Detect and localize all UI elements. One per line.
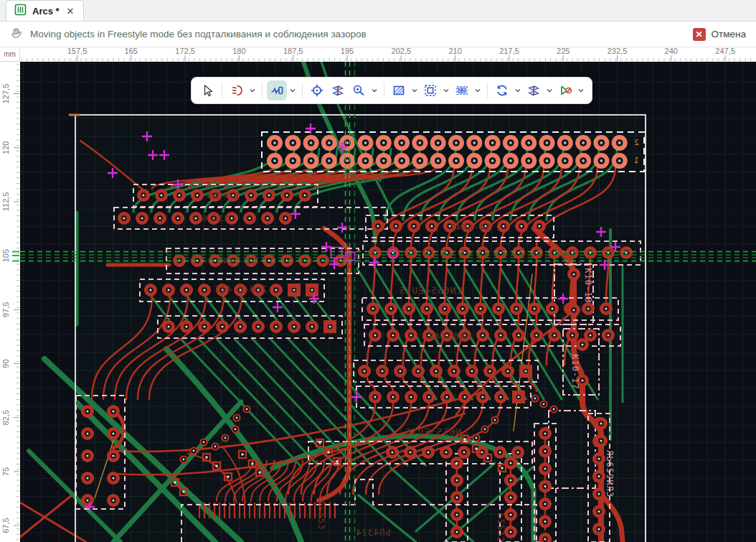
freestyle-move-tool[interactable] [267, 80, 287, 101]
svg-text:ЗЗП-6: ЗЗП-6 [202, 214, 229, 223]
svg-text:90: 90 [1, 359, 10, 368]
svg-text:25Н-6-43Т: 25Н-6-43Т [214, 284, 267, 294]
measure-layers-icon [526, 83, 541, 98]
svg-text:187,5: 187,5 [283, 47, 303, 55]
svg-text:54-6Н4У: 54-6Н4У [449, 223, 491, 233]
svg-text:K10-17: K10-17 [570, 354, 580, 389]
pcb-editor-window: Arcs * ✕ Moving objects in Freestyle mod… [0, 0, 756, 542]
svg-text:225: 225 [557, 47, 570, 55]
svg-text:1: 1 [633, 156, 639, 165]
chevron-down-icon[interactable] [441, 80, 451, 101]
toolbar-separator [262, 83, 263, 98]
cancel-button[interactable]: ✕ Отмена [693, 28, 746, 41]
svg-text:67,5: 67,5 [1, 518, 10, 533]
svg-text:ЛЬ659ИЛ3: ЛЬ659ИЛ3 [605, 450, 615, 497]
svg-text:127,5: 127,5 [1, 84, 10, 104]
chevron-down-icon[interactable] [513, 80, 523, 101]
cursor-icon [200, 83, 214, 98]
copper-pour-tool[interactable] [389, 80, 409, 101]
svg-text:165: 165 [125, 47, 138, 55]
svg-text:LN6554EU1S: LN6554EU1S [399, 285, 462, 296]
svg-text:120: 120 [1, 141, 10, 154]
svg-text:195: 195 [341, 47, 354, 55]
svg-text:82,5: 82,5 [1, 410, 10, 425]
board-outline-icon [423, 83, 438, 98]
svg-text:32ИГ65: 32ИГ65 [206, 191, 239, 200]
route-icon [230, 83, 244, 98]
update-tool[interactable] [492, 80, 512, 101]
svg-text:105: 105 [1, 249, 10, 262]
crosshair-icon [310, 83, 324, 98]
svg-text:247,5: 247,5 [715, 47, 735, 55]
notification-bar: Moving objects in Freestyle mode без под… [0, 22, 756, 47]
snap-origin-tool[interactable] [307, 80, 327, 101]
svg-text:112,5: 112,5 [1, 192, 10, 212]
toolbar-separator [302, 83, 303, 98]
measure-tool[interactable] [328, 80, 348, 101]
placement-table-tool[interactable] [452, 80, 472, 101]
svg-text:75: 75 [1, 467, 10, 476]
measure-icon [331, 83, 345, 98]
svg-text:180: 180 [232, 47, 245, 55]
svg-text:LN6554EU: LN6554EU [421, 331, 472, 342]
svg-text:202,5: 202,5 [392, 47, 412, 55]
table-icon [455, 83, 469, 98]
pcb-icon [14, 4, 27, 19]
hand-icon [10, 27, 23, 42]
select-tool[interactable] [197, 80, 217, 101]
cancel-x-icon[interactable]: ✕ [693, 28, 706, 41]
notification-message: Moving objects in Freestyle mode без под… [30, 29, 367, 39]
run-check-icon [558, 83, 572, 98]
svg-text:232,5: 232,5 [608, 47, 628, 55]
layers-measure-tool[interactable] [524, 80, 544, 101]
pcb-canvas[interactable]: LN6554EU1SLN6554EU54-6Н4У32ИГ65ЗЗП-632Г-… [20, 62, 756, 542]
copper-pour-icon [392, 83, 406, 98]
chevron-down-icon[interactable] [410, 80, 420, 101]
svg-text:157,5: 157,5 [67, 47, 88, 55]
refresh-icon [495, 83, 509, 98]
horizontal-ruler: 157,5165172,5180187,5195202,5210217,5225… [20, 47, 756, 62]
chevron-down-icon[interactable] [473, 80, 483, 101]
route-tool[interactable] [227, 80, 247, 101]
chevron-down-icon[interactable] [544, 80, 554, 101]
svg-text:Ль553: Ль553 [316, 500, 326, 530]
svg-text:ЬП4324: ЬП4324 [355, 528, 390, 538]
vertical-ruler: 127,5120112,510597,59082,57567,5 [0, 62, 20, 542]
chevron-down-icon[interactable] [369, 80, 379, 101]
svg-text:K10-13: K10-13 [583, 268, 593, 303]
freestyle-move-icon [270, 83, 284, 98]
svg-text:172,5: 172,5 [175, 47, 195, 55]
magnifier-icon [351, 83, 366, 98]
tab-title: Arcs * [32, 6, 60, 17]
svg-text:240: 240 [665, 47, 678, 55]
chevron-down-icon[interactable] [288, 80, 298, 101]
svg-text:210: 210 [448, 47, 461, 55]
cancel-label: Отмена [712, 29, 746, 39]
board-outline-tool[interactable] [420, 80, 440, 101]
tab-arcs[interactable]: Arcs * ✕ [6, 0, 84, 21]
zoom-tool[interactable] [349, 80, 369, 101]
svg-text:2: 2 [633, 138, 639, 147]
chevron-down-icon[interactable] [247, 80, 257, 101]
floating-toolbar [191, 77, 592, 104]
toolbar-separator [384, 83, 384, 98]
svg-text:Ь5532: Ь5532 [496, 513, 506, 542]
tab-bar: Arcs * ✕ [0, 0, 756, 22]
close-icon[interactable]: ✕ [65, 6, 76, 17]
svg-text:LN655ЗЕU1S: LN655ЗЕU1S [405, 426, 468, 437]
svg-text:97,5: 97,5 [1, 302, 10, 317]
svg-text:217,5: 217,5 [499, 47, 519, 55]
toolbar-separator [487, 83, 488, 98]
chevron-down-icon[interactable] [576, 80, 586, 101]
run-check-tool[interactable] [555, 80, 575, 101]
ruler-unit: mm [0, 47, 20, 62]
toolbar-separator [222, 83, 222, 98]
